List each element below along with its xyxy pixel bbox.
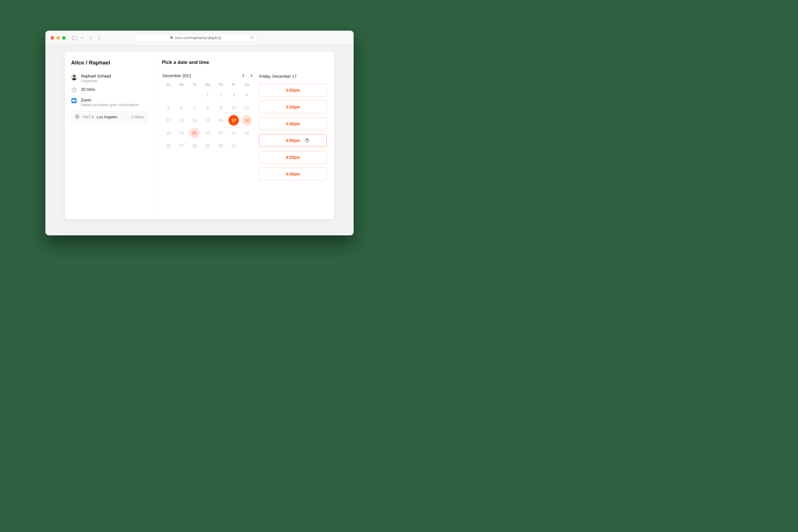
- calendar-day: 27: [176, 140, 187, 151]
- timeslot-button[interactable]: 3:40pm: [259, 117, 327, 130]
- calendar-grid: 1234567891011121314151617181920212223242…: [162, 89, 253, 152]
- zoom-icon: [71, 98, 77, 103]
- svg-rect-0: [72, 36, 77, 40]
- chevron-down-icon[interactable]: [81, 37, 83, 39]
- calendar-day: 1: [203, 90, 213, 100]
- weekday-label: Mo: [175, 83, 188, 87]
- calendar-day: 31: [228, 140, 239, 151]
- browser-chrome: cron.com/raphael/yrqbg4zoj: [45, 31, 354, 45]
- calendar-day: 5: [163, 102, 174, 113]
- weekday-label: Tu: [188, 83, 201, 87]
- url-text: cron.com/raphael/yrqbg4zoj: [175, 36, 221, 40]
- next-month-button[interactable]: [251, 73, 253, 78]
- conference-detail: Details provided upon confirmation: [81, 103, 148, 107]
- browser-window: cron.com/raphael/yrqbg4zoj Alice / Rapha…: [45, 31, 354, 235]
- calendar-day[interactable]: 17: [228, 115, 239, 126]
- calendar-day: 28: [189, 140, 200, 151]
- timeslot-button[interactable]: 3:00pm: [259, 84, 327, 97]
- calendar-day: 19: [163, 128, 174, 138]
- clock-icon: [71, 87, 77, 94]
- calendar-day: 25: [242, 128, 252, 138]
- timezone-city: Los Angeles: [97, 115, 117, 119]
- timezone-offset: GMT-8: [82, 115, 94, 119]
- calendar-section: Pick a date and time December 2021: [162, 60, 253, 212]
- section-heading: Pick a date and time: [162, 60, 253, 65]
- window-controls: [51, 36, 65, 40]
- booking-card: Alice / Raphael Raphael Schaad Organizer: [65, 52, 334, 219]
- avatar: [71, 74, 77, 80]
- duration-text: 20 mins: [81, 87, 148, 92]
- calendar-day: 3: [228, 90, 239, 100]
- calendar-day: 15: [203, 115, 213, 126]
- calendar-day: 10: [228, 102, 239, 113]
- address-bar[interactable]: cron.com/raphael/yrqbg4zoj: [135, 34, 256, 42]
- weekday-label: We: [201, 83, 214, 87]
- calendar-day: 23: [215, 128, 226, 138]
- calendar-day: 16: [215, 115, 226, 126]
- timeslot-button[interactable]: 4:40pm: [259, 168, 327, 180]
- calendar-day: 6: [176, 102, 187, 113]
- month-navigation: December 2021: [162, 73, 253, 78]
- calendar-day: 30: [215, 140, 226, 151]
- duration-row: 20 mins: [71, 85, 148, 96]
- cursor-icon: [305, 138, 309, 144]
- calendar-day: 22: [203, 128, 213, 138]
- weekday-label: Fr: [227, 83, 240, 87]
- weekday-label: Su: [162, 83, 175, 87]
- timeslot-list: 3:00pm3:20pm3:40pm4:00pm4:20pm4:40pm: [259, 84, 327, 180]
- globe-icon: [75, 114, 79, 120]
- calendar-day: 14: [189, 115, 200, 126]
- calendar-day: 12: [163, 115, 174, 126]
- minimize-window-button[interactable]: [56, 36, 60, 40]
- calendar-day: 26: [163, 140, 174, 151]
- meeting-title: Alice / Raphael: [71, 60, 148, 66]
- calendar-day: 8: [203, 102, 213, 113]
- reload-button[interactable]: [250, 36, 254, 40]
- timezone-current-time: 2:38pm: [132, 115, 144, 119]
- maximize-window-button[interactable]: [62, 36, 65, 40]
- calendar-day: 29: [203, 140, 213, 151]
- sidebar-toggle-button[interactable]: [72, 36, 77, 40]
- month-label: December 2021: [163, 73, 191, 78]
- weekday-header: SuMoTuWeThFrSa: [162, 83, 253, 87]
- close-window-button[interactable]: [51, 36, 54, 40]
- calendar-day: 9: [215, 102, 226, 113]
- back-button[interactable]: [90, 36, 93, 40]
- timeslot-section: Friday, December 17 3:00pm3:20pm3:40pm4:…: [259, 60, 327, 212]
- calendar-day[interactable]: 21: [189, 128, 200, 138]
- prev-month-button[interactable]: [242, 73, 244, 78]
- weekday-label: Th: [214, 83, 227, 87]
- calendar-day: 13: [176, 115, 187, 126]
- booking-sidebar: Alice / Raphael Raphael Schaad Organizer: [65, 52, 154, 219]
- weekday-label: Sa: [240, 83, 253, 87]
- calendar-day: 7: [189, 102, 200, 113]
- lock-icon: [170, 36, 173, 40]
- calendar-day: 24: [228, 128, 239, 138]
- forward-button[interactable]: [98, 36, 101, 40]
- timezone-selector[interactable]: GMT-8 Los Angeles 2:38pm: [71, 111, 148, 122]
- timeslot-button[interactable]: 4:20pm: [259, 151, 327, 164]
- timeslot-button[interactable]: 3:20pm: [259, 101, 327, 113]
- organizer-role: Organizer: [81, 79, 148, 83]
- calendar-day: 4: [242, 90, 252, 100]
- conference-name: Zoom: [81, 98, 148, 102]
- calendar-day[interactable]: 18: [242, 115, 252, 126]
- calendar-day: 2: [215, 90, 226, 100]
- organizer-name: Raphael Schaad: [81, 74, 148, 78]
- page-body: Alice / Raphael Raphael Schaad Organizer: [45, 45, 354, 235]
- svg-rect-2: [170, 37, 173, 39]
- timeslot-button[interactable]: 4:00pm: [259, 134, 327, 147]
- svg-rect-4: [72, 100, 75, 102]
- selected-date-label: Friday, December 17: [259, 74, 327, 79]
- booking-main: Pick a date and time December 2021: [154, 52, 334, 219]
- conference-row: Zoom Details provided upon confirmation: [71, 96, 148, 109]
- calendar-day: 11: [242, 102, 252, 113]
- calendar-day: 20: [176, 128, 187, 138]
- organizer-row: Raphael Schaad Organizer: [71, 72, 148, 85]
